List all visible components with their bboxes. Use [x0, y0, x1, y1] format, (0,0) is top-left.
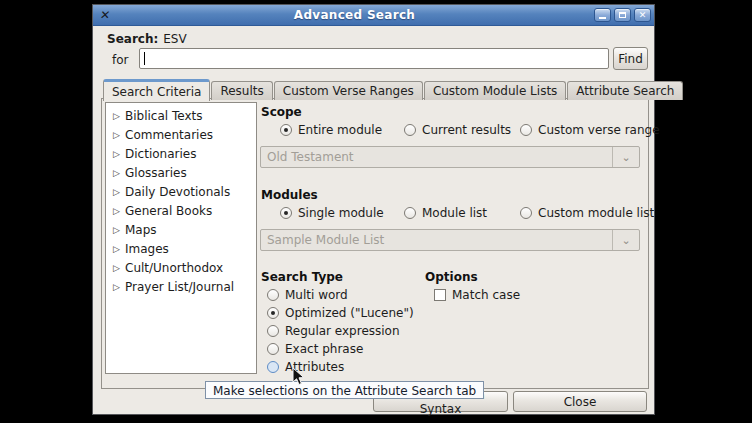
tree-item-daily-devotionals[interactable]: ▷Daily Devotionals	[106, 182, 256, 201]
radio-label: Custom module list	[538, 206, 654, 220]
close-icon: ✕	[639, 11, 647, 20]
titlebar[interactable]: ✕ Advanced Search ✕	[93, 5, 654, 26]
tooltip: Make selections on the Attribute Search …	[205, 381, 484, 399]
for-label: for	[112, 53, 129, 67]
tree-item-label: General Books	[125, 204, 212, 218]
radio-label: Custom verse range	[538, 123, 660, 137]
radio-icon	[520, 207, 532, 219]
radio-exact-phrase[interactable]: Exact phrase	[267, 342, 363, 356]
screen: { "window": { "title": "Advanced Search"…	[0, 0, 752, 423]
radio-regular-expression[interactable]: Regular expression	[267, 324, 400, 338]
checkbox-label: Match case	[452, 288, 520, 302]
tree-item-general-books[interactable]: ▷General Books	[106, 201, 256, 220]
radio-optimized-lucene[interactable]: Optimized ("Lucene")	[267, 306, 414, 320]
search-label: Search:	[107, 32, 158, 46]
tree-item-label: Commentaries	[125, 128, 213, 142]
radio-icon	[404, 207, 416, 219]
tab-bar: Search Criteria Results Custom Verse Ran…	[103, 79, 684, 100]
radio-icon	[267, 307, 279, 319]
tab-attribute-search[interactable]: Attribute Search	[567, 81, 683, 100]
radio-label: Single module	[298, 206, 384, 220]
minimize-button[interactable]	[594, 8, 611, 22]
expander-icon[interactable]: ▷	[113, 225, 125, 235]
chevron-down-icon: ⌄	[612, 147, 639, 167]
search-module-name: ESV	[163, 32, 186, 46]
radio-label: Optimized ("Lucene")	[285, 306, 414, 320]
tree-item-label: Cult/Unorthodox	[125, 261, 223, 275]
radio-icon	[404, 124, 416, 136]
close-window-button[interactable]: ✕	[634, 8, 651, 22]
radio-module-list[interactable]: Module list	[404, 206, 487, 220]
expander-icon[interactable]: ▷	[113, 130, 125, 140]
radio-scope-entire-module[interactable]: Entire module	[280, 123, 382, 137]
match-case-checkbox[interactable]: Match case	[434, 288, 520, 302]
expander-icon[interactable]: ▷	[113, 111, 125, 121]
dropdown-value: Old Testament	[261, 150, 612, 164]
window-title: Advanced Search	[118, 8, 591, 22]
dropdown-value: Sample Module List	[261, 233, 612, 247]
search-input[interactable]	[139, 48, 609, 69]
tree-item-maps[interactable]: ▷Maps	[106, 220, 256, 239]
tree-item-label: Prayer List/Journal	[125, 280, 234, 294]
scope-range-dropdown: Old Testament ⌄	[260, 146, 640, 168]
tree-item-cult-unorthodox[interactable]: ▷Cult/Unorthodox	[106, 258, 256, 277]
tree-item-label: Daily Devotionals	[125, 185, 230, 199]
scope-title: Scope	[261, 105, 302, 119]
radio-icon	[280, 124, 292, 136]
tree-item-label: Glossaries	[125, 166, 187, 180]
radio-scope-custom-verse-range[interactable]: Custom verse range	[520, 123, 660, 137]
radio-label: Regular expression	[285, 324, 400, 338]
radio-icon	[267, 289, 279, 301]
modules-title: Modules	[261, 188, 318, 202]
tree-item-glossaries[interactable]: ▷Glossaries	[106, 163, 256, 182]
tree-item-label: Images	[125, 242, 169, 256]
expander-icon[interactable]: ▷	[113, 168, 125, 178]
expander-icon[interactable]: ▷	[113, 244, 125, 254]
options-title: Options	[425, 270, 478, 284]
radio-label: Entire module	[298, 123, 382, 137]
close-button[interactable]: Close	[513, 391, 647, 412]
module-list-dropdown: Sample Module List ⌄	[260, 229, 640, 251]
radio-attributes[interactable]: Attributes	[267, 360, 344, 374]
tree-item-commentaries[interactable]: ▷Commentaries	[106, 125, 256, 144]
radio-label: Exact phrase	[285, 342, 363, 356]
tab-results[interactable]: Results	[211, 81, 272, 100]
radio-icon	[267, 343, 279, 355]
expander-icon[interactable]: ▷	[113, 282, 125, 292]
radio-icon	[267, 361, 279, 373]
radio-custom-module-list[interactable]: Custom module list	[520, 206, 654, 220]
expander-icon[interactable]: ▷	[113, 263, 125, 273]
expander-icon[interactable]: ▷	[113, 187, 125, 197]
mouse-cursor	[292, 367, 305, 386]
tree-item-biblical-texts[interactable]: ▷Biblical Texts	[106, 106, 256, 125]
advanced-search-dialog: ✕ Advanced Search ✕ Search:ESV for Find …	[92, 4, 655, 415]
module-tree: ▷Biblical Texts ▷Commentaries ▷Dictionar…	[105, 102, 257, 374]
tab-custom-verse-ranges[interactable]: Custom Verse Ranges	[274, 81, 423, 100]
chevron-down-icon: ⌄	[612, 230, 639, 250]
search-type-title: Search Type	[261, 270, 343, 284]
search-criteria-panel: ▷Biblical Texts ▷Commentaries ▷Dictionar…	[101, 98, 649, 389]
radio-single-module[interactable]: Single module	[280, 206, 384, 220]
tree-item-dictionaries[interactable]: ▷Dictionaries	[106, 144, 256, 163]
app-icon: ✕	[95, 5, 120, 25]
expander-icon[interactable]: ▷	[113, 206, 125, 216]
maximize-icon	[619, 12, 626, 18]
tree-item-label: Biblical Texts	[125, 109, 202, 123]
radio-label: Current results	[422, 123, 511, 137]
find-button[interactable]: Find	[613, 47, 648, 70]
checkbox-icon	[434, 289, 446, 301]
search-module-line: Search:ESV	[107, 32, 187, 46]
radio-scope-current-results[interactable]: Current results	[404, 123, 511, 137]
tree-item-images[interactable]: ▷Images	[106, 239, 256, 258]
radio-icon	[267, 325, 279, 337]
radio-icon	[280, 207, 292, 219]
expander-icon[interactable]: ▷	[113, 149, 125, 159]
text-caret	[144, 52, 145, 65]
maximize-button[interactable]	[614, 8, 631, 22]
radio-label: Module list	[422, 206, 487, 220]
tab-custom-module-lists[interactable]: Custom Module Lists	[424, 81, 566, 100]
tab-search-criteria[interactable]: Search Criteria	[103, 79, 210, 101]
radio-multi-word[interactable]: Multi word	[267, 288, 348, 302]
tree-item-prayer-list-journal[interactable]: ▷Prayer List/Journal	[106, 277, 256, 296]
radio-icon	[520, 124, 532, 136]
